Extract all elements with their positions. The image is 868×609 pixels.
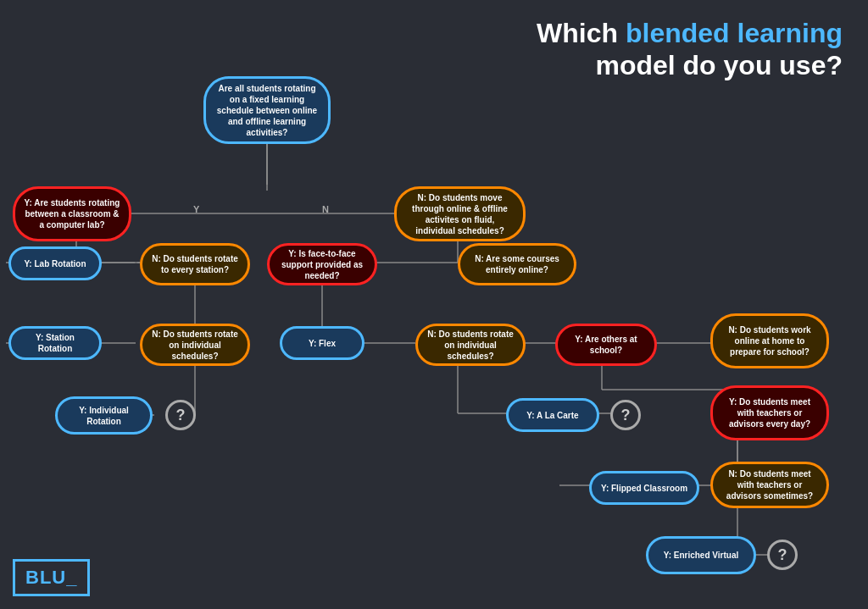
- node-individual-rotation: Y: Individual Rotation: [55, 396, 153, 435]
- connectors-svg: [0, 0, 868, 609]
- node-meet-every-day: Y: Do students meet with teachers or adv…: [710, 385, 829, 440]
- node-flipped-classroom: Y: Flipped Classroom: [589, 471, 699, 505]
- node-a-la-carte: Y: A La Carte: [506, 398, 599, 432]
- title-highlight: blended learning: [626, 18, 843, 48]
- title-line1: Which blended learning: [537, 17, 843, 49]
- title-area: Which blended learning model do you use?: [537, 17, 843, 82]
- node-lab-rotation: Y: Lab Rotation: [8, 246, 102, 280]
- node-meet-sometimes: N: Do students meet with teachers or adv…: [710, 462, 829, 508]
- node-entirely-online: N: Are some courses entirely online?: [458, 243, 576, 285]
- node-work-online: N: Do students work online at home to pr…: [710, 313, 829, 368]
- title-line2: model do you use?: [537, 49, 843, 81]
- node-fluid: N: Do students move through online & off…: [394, 186, 526, 241]
- logo: BLU_: [13, 559, 90, 596]
- question-mark-right: ?: [767, 540, 798, 570]
- node-rotating-classroom: Y: Are students rotating between a class…: [13, 186, 131, 241]
- question-mark-left: ?: [165, 400, 196, 430]
- node-flex: Y: Flex: [280, 326, 364, 360]
- node-enriched-virtual: Y: Enriched Virtual: [646, 536, 756, 574]
- node-root: Are all students rotating on a fixed lea…: [203, 76, 331, 144]
- title-plain: Which: [537, 18, 626, 48]
- question-mark-middle: ?: [610, 400, 641, 430]
- node-every-station: N: Do students rotate to every station?: [140, 243, 250, 285]
- label-n-right: N: [322, 204, 329, 214]
- node-others-at-school: Y: Are others at school?: [555, 324, 657, 366]
- node-individual-schedules-left: N: Do students rotate on individual sche…: [140, 324, 250, 366]
- node-individual-schedules-right: N: Do students rotate on individual sche…: [415, 324, 526, 366]
- label-y-left: Y: [193, 204, 199, 214]
- node-face-to-face: Y: Is face-to-face support provided as n…: [267, 243, 377, 285]
- node-station-rotation: Y: Station Rotation: [8, 326, 102, 360]
